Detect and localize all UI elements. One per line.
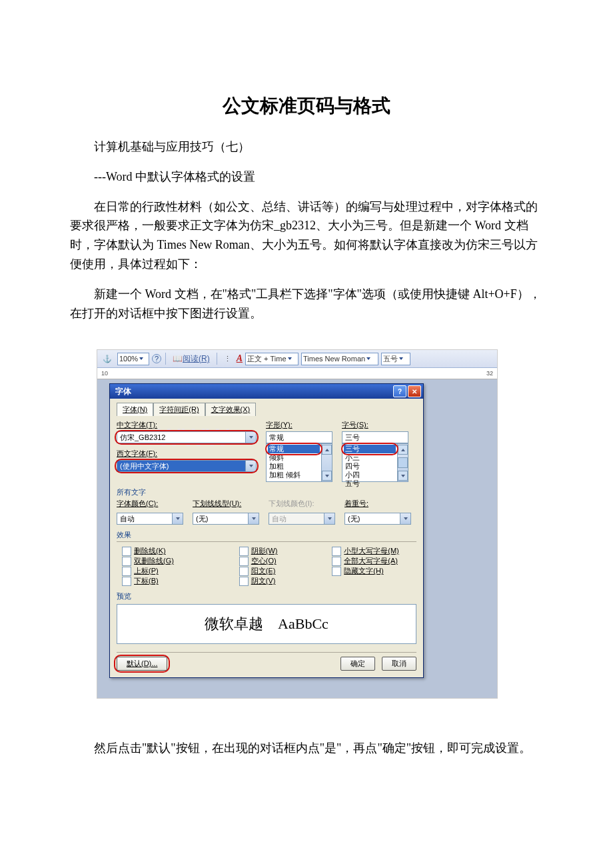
section-preview: 预览 bbox=[117, 591, 416, 601]
label-underline: 下划线线型(U): bbox=[193, 499, 259, 509]
ucolor-combo: 自动 bbox=[269, 513, 335, 525]
color-combo[interactable]: 自动 bbox=[117, 513, 183, 525]
font-format-icon[interactable]: A bbox=[237, 353, 243, 364]
zoom-value: 100% bbox=[119, 355, 138, 363]
font-value: Times New Roman bbox=[303, 355, 365, 363]
cnfont-combo[interactable]: 仿宋_GB2312 bbox=[117, 431, 257, 443]
chk-allcaps[interactable]: 全部大写字母(A) bbox=[332, 556, 416, 566]
paragraph-3: 然后点击"默认"按钮，在出现的对话框内点"是"，再点"确定"按钮，即可完成设置。 bbox=[70, 739, 543, 758]
label-size: 字号(S): bbox=[342, 420, 408, 430]
font-combo[interactable]: Times New Roman bbox=[301, 353, 378, 365]
chk-sub[interactable]: 下标(B) bbox=[122, 576, 213, 586]
chk-engrave[interactable]: 阴文(V) bbox=[239, 576, 306, 586]
chk-shadow[interactable]: 阴影(W) bbox=[239, 546, 306, 556]
word-toolbar: ⚓ 100% ? 📖 阅读(R) ⋮ A 正文 + Time Times New… bbox=[97, 350, 497, 368]
style-opt-bold[interactable]: 加粗 bbox=[268, 462, 320, 471]
tab-texteffect[interactable]: 文字效果(X) bbox=[205, 403, 257, 416]
size-input[interactable]: 三号 bbox=[342, 431, 408, 443]
enfont-value: (使用中文字体) bbox=[120, 461, 245, 471]
read-label: 阅读(R) bbox=[183, 353, 210, 365]
doc-title: 公文标准页码与格式 bbox=[70, 93, 543, 119]
chk-dstrike[interactable]: 双删除线(G) bbox=[122, 556, 213, 566]
chk-hidden[interactable]: 隐藏文字(H) bbox=[332, 566, 416, 576]
paragraph-2: 新建一个 Word 文档，在"格式"工具栏下选择"字体"选项（或使用快捷键 Al… bbox=[70, 285, 543, 323]
size-opt-3[interactable]: 小四 bbox=[344, 471, 396, 479]
style-opt-regular[interactable]: 常规 bbox=[268, 445, 320, 453]
chk-sup[interactable]: 上标(P) bbox=[122, 566, 213, 576]
font-dialog: 字体 ? ✕ 字体(N) 字符间距(R) 文字效果(X) 中文字体(T): bbox=[109, 383, 424, 678]
size-opt-1[interactable]: 小三 bbox=[344, 453, 396, 462]
default-button[interactable]: 默认(D)... bbox=[117, 657, 167, 671]
underline-combo[interactable]: (无) bbox=[193, 513, 259, 525]
label-cnfont: 中文字体(T): bbox=[117, 420, 257, 430]
label-style: 字形(Y): bbox=[266, 420, 332, 430]
label-color: 字体颜色(C): bbox=[117, 499, 183, 509]
size-opt-0[interactable]: 三号 bbox=[344, 445, 396, 453]
ruler-left: 10 bbox=[101, 370, 108, 377]
dialog-title: 字体 bbox=[115, 386, 131, 397]
size-value-dlg: 三号 bbox=[345, 433, 408, 443]
label-enfont: 西文字体(F): bbox=[117, 449, 257, 459]
style-combo[interactable]: 正文 + Time bbox=[245, 353, 299, 365]
paragraph-1: 在日常的行政性材料（如公文、总结、讲话等）的编写与处理过程中，对字体格式的要求很… bbox=[70, 197, 543, 274]
style-value: 正文 + Time bbox=[247, 354, 287, 364]
enfont-combo[interactable]: (使用中文字体) bbox=[117, 460, 257, 472]
size-combo[interactable]: 五号 bbox=[381, 353, 410, 365]
chk-outline[interactable]: 空心(O) bbox=[239, 556, 306, 566]
anchor-icon[interactable]: ⚓ bbox=[100, 353, 115, 365]
chk-emboss[interactable]: 阳文(E) bbox=[239, 566, 306, 576]
subtitle-2: ---Word 中默认字体格式的设置 bbox=[70, 167, 543, 187]
chk-smallcaps[interactable]: 小型大写字母(M) bbox=[332, 546, 416, 556]
label-ucolor: 下划线颜色(I): bbox=[269, 499, 335, 509]
label-emphasis: 着重号: bbox=[344, 499, 411, 509]
grip-icon[interactable]: ⋮ bbox=[221, 353, 234, 365]
subtitle-1: 计算机基础与应用技巧（七） bbox=[70, 137, 543, 157]
style-listbox[interactable]: 常规 倾斜 加粗 加粗 倾斜 bbox=[266, 443, 332, 482]
size-opt-2[interactable]: 四号 bbox=[344, 462, 396, 471]
dialog-help-button[interactable]: ? bbox=[393, 385, 406, 397]
zoom-combo[interactable]: 100% bbox=[117, 353, 149, 365]
screenshot: ⚓ 100% ? 📖 阅读(R) ⋮ A 正文 + Time Times New… bbox=[97, 349, 498, 699]
read-button[interactable]: 📖 阅读(R) bbox=[170, 353, 213, 365]
ruler-right: 32 bbox=[486, 370, 493, 377]
help-icon[interactable]: ? bbox=[152, 354, 161, 363]
size-value: 五号 bbox=[383, 354, 398, 364]
size-listbox[interactable]: 三号 小三 四号 小四 五号 bbox=[342, 443, 408, 482]
tab-spacing[interactable]: 字符间距(R) bbox=[153, 403, 205, 416]
tab-font[interactable]: 字体(N) bbox=[117, 403, 153, 416]
style-input[interactable]: 常规 bbox=[266, 431, 332, 443]
style-opt-italic[interactable]: 倾斜 bbox=[268, 453, 320, 462]
cnfont-value: 仿宋_GB2312 bbox=[120, 433, 245, 443]
cancel-button[interactable]: 取消 bbox=[382, 657, 416, 671]
section-allfont: 所有文字 bbox=[117, 487, 416, 497]
ok-button[interactable]: 确定 bbox=[340, 657, 375, 671]
emphasis-combo[interactable]: (无) bbox=[344, 513, 411, 525]
ruler: 10 32 bbox=[97, 368, 497, 379]
chk-strike[interactable]: 删除线(K) bbox=[122, 546, 213, 556]
size-opt-4[interactable]: 五号 bbox=[344, 479, 396, 488]
section-effects: 效果 bbox=[117, 530, 416, 540]
style-opt-bolditalic[interactable]: 加粗 倾斜 bbox=[268, 471, 320, 479]
dialog-titlebar[interactable]: 字体 ? ✕ bbox=[110, 384, 423, 399]
style-value-dlg: 常规 bbox=[269, 433, 332, 443]
dialog-close-button[interactable]: ✕ bbox=[408, 385, 421, 397]
preview-box: 微软卓越 AaBbCc bbox=[117, 604, 416, 644]
